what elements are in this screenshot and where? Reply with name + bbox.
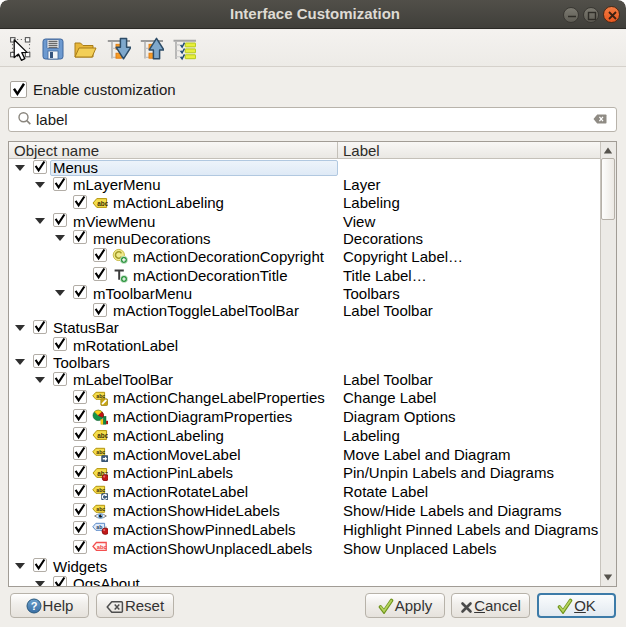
svg-text:abc: abc	[96, 393, 105, 399]
svg-text:abc: abc	[96, 487, 105, 493]
svg-text:abc: abc	[96, 506, 105, 512]
svg-text:abc: abc	[97, 432, 108, 439]
svg-text:?: ?	[30, 600, 37, 612]
svg-text:ab: ab	[96, 524, 102, 530]
svg-text:abc: abc	[97, 544, 108, 550]
svg-text:abc: abc	[97, 199, 108, 206]
svg-text:abc: abc	[96, 449, 105, 455]
